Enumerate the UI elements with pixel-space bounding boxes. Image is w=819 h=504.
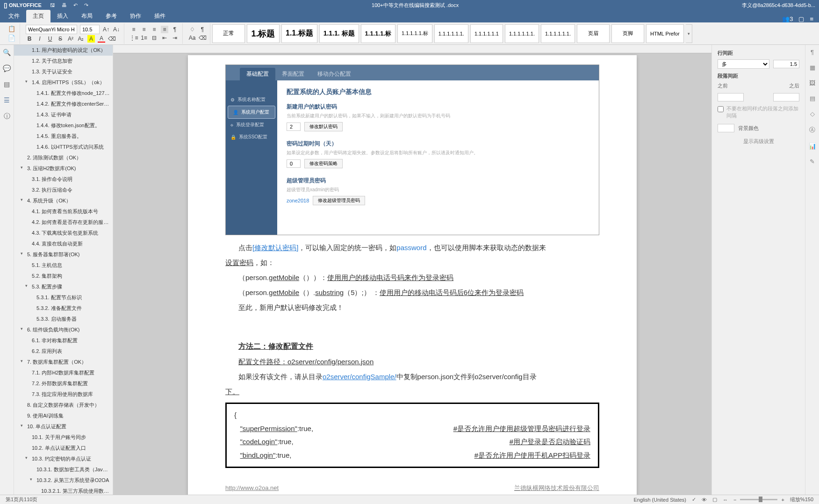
subscript-button[interactable]: A₂ (77, 35, 85, 43)
fit-page-icon[interactable]: ▢ (712, 497, 717, 503)
nav-item[interactable]: 4.1. 如何查看当前系统版本号 (14, 206, 113, 217)
nav-item[interactable]: 5.1. 主机信息 (14, 260, 113, 271)
textart-settings-icon[interactable]: Ⓐ (809, 126, 815, 134)
style-h1[interactable]: 1.标题 (247, 24, 280, 43)
para-settings-icon[interactable]: ¶ (811, 49, 814, 56)
align-center-button[interactable]: ≡ (140, 26, 148, 33)
style-html[interactable]: HTML Prefor (646, 24, 684, 43)
nav-item[interactable]: 2. 清除测试数据（OK） (14, 152, 113, 163)
menu-icon[interactable]: ≡ (810, 15, 813, 22)
style-h8[interactable]: 1.1.1.1.1.1. (505, 24, 539, 43)
nav-item[interactable]: 1.4.2. 配置文件修改centerServer.j... (14, 99, 113, 109)
doc-body[interactable]: 点击[修改默认密码]，可以输入固定的统一密码，如password，也可以使用脚本… (225, 241, 599, 494)
style-h6[interactable]: 1.1.1.1.1.1. (434, 24, 468, 43)
style-header[interactable]: 页眉 (577, 24, 610, 43)
style-h4[interactable]: 1.1.1.1.标 (361, 24, 395, 43)
nav-item[interactable]: 3.1. 操作命令说明 (14, 174, 113, 185)
nav-item[interactable]: 1.1. 用户初始密码的设定（OK） (14, 45, 113, 56)
chart-settings-icon[interactable]: 📊 (809, 143, 816, 150)
track-changes-icon[interactable]: 👁 (702, 497, 707, 503)
font-size-input[interactable] (80, 25, 100, 34)
search-icon[interactable]: 🔍 (3, 49, 11, 56)
nav-item[interactable]: ▾10.3.2. 从第三方系统登录O2OA (14, 475, 113, 486)
tab-collab[interactable]: 协作 (123, 10, 148, 22)
paste-icon[interactable]: 📄 (7, 34, 16, 43)
nav-item[interactable]: 8. 自定义数据存储表（开发中） (14, 400, 113, 410)
nav-item[interactable]: 1.4.4. 修改token.json配置。 (14, 120, 113, 131)
tab-insert[interactable]: 插入 (50, 10, 75, 22)
style-dropdown[interactable]: ▾ (686, 24, 692, 43)
nav-item[interactable]: 4.3. 下载离线安装包更新系统 (14, 228, 113, 238)
header-settings-icon[interactable]: ▤ (810, 95, 815, 102)
align-left-button[interactable]: ≡ (130, 26, 137, 33)
bullets-button[interactable]: ⋮≡ (130, 34, 137, 42)
style-h7[interactable]: 1.1.1.1.1.1 (470, 24, 503, 43)
signature-icon[interactable]: ✎ (810, 158, 815, 165)
print-icon[interactable]: 🖶 (62, 2, 67, 8)
save-icon[interactable]: 🖫 (50, 2, 55, 8)
spellcheck-icon[interactable]: ✓ (692, 497, 696, 503)
nav-item[interactable]: 10.3.2.1. 第三方系统使用数据... (14, 486, 113, 495)
nav-item[interactable]: ▾5. 服务器集群部署(OK) (14, 249, 113, 260)
nav-item[interactable]: 5.3.2. 准备配置文件 (14, 303, 113, 314)
line-spacing-value[interactable] (773, 60, 799, 68)
nav-item[interactable]: 7.3. 指定应用使用的数据库 (14, 389, 113, 400)
align-right-button[interactable]: ≡ (151, 26, 158, 33)
tab-plugins[interactable]: 插件 (148, 10, 172, 22)
users-icon[interactable]: 👥3 (782, 15, 793, 22)
font-smaller-icon[interactable]: A↓ (113, 26, 120, 33)
nav-item[interactable]: 1.4.6. 以HTTPS形式访问系统 (14, 142, 113, 152)
show-advanced-link[interactable]: 显示高级设置 (718, 138, 799, 145)
italic-button[interactable]: I (36, 35, 43, 43)
page-indicator[interactable]: 第1页共110页 (6, 496, 633, 503)
zoom-in-button[interactable]: + (781, 497, 784, 503)
nav-item[interactable]: 4.4. 直接在线自动更新 (14, 238, 113, 249)
image-settings-icon[interactable]: 🖼 (809, 79, 815, 86)
erase-button[interactable]: ⌫ (199, 34, 206, 42)
ruler[interactable] (113, 45, 711, 53)
indent-dec-button[interactable]: ⇤ (161, 34, 168, 42)
shading-button[interactable]: ♢ (188, 26, 196, 33)
zoom-slider[interactable] (740, 499, 777, 500)
nav-item[interactable]: 4.2. 如何查看是否存在更新的服务器... (14, 217, 113, 228)
nav-item[interactable]: ▾10. 单点认证配置 (14, 421, 113, 432)
no-space-checkbox[interactable] (718, 106, 724, 112)
navigation-icon[interactable]: ☰ (4, 96, 10, 104)
tab-layout[interactable]: 布局 (75, 10, 99, 22)
nav-item[interactable]: 1.4.1. 配置文件修改node_127.0.0... (14, 88, 113, 99)
underline-button[interactable]: U (46, 35, 54, 43)
nav-item[interactable]: ▾5.3. 配置步骤 (14, 281, 113, 292)
headings-icon[interactable]: ▤ (4, 80, 10, 88)
copy-icon[interactable]: 📋 (7, 25, 16, 33)
language-indicator[interactable]: English (United States) (633, 497, 686, 503)
tab-home[interactable]: 主页 (26, 10, 50, 22)
strike-button[interactable]: S (57, 35, 64, 43)
nav-item[interactable]: 1.4.3. 证书申请 (14, 109, 113, 120)
zoom-out-button[interactable]: − (733, 497, 736, 503)
style-footer[interactable]: 页脚 (611, 24, 644, 43)
spacing-before-input[interactable] (718, 93, 744, 101)
numbering-button[interactable]: 1≡ (140, 34, 148, 42)
tab-file[interactable]: 文件 (2, 10, 26, 22)
bold-button[interactable]: B (26, 35, 33, 43)
comments-icon[interactable]: 💬 (3, 65, 11, 72)
user-name[interactable]: 李义@8a2865c4-d638-4dd5-b... (742, 2, 815, 9)
nav-item[interactable]: ▾1.4. 启用HTTPS（SSL）（ok） (14, 77, 113, 88)
nav-item[interactable]: 5.3.3. 启动服务器 (14, 314, 113, 324)
nav-item[interactable]: ▾4. 系统升级（OK） (14, 195, 113, 206)
nav-item[interactable]: 7.1. 内部H2数据库集群配置 (14, 367, 113, 378)
style-h2[interactable]: 1.1.标题 (281, 24, 317, 43)
nav-item[interactable]: ▾6. 组件级负载均衡(OK) (14, 324, 113, 335)
case-button[interactable]: Aa (188, 34, 196, 42)
line-spacing-select[interactable]: 多 (718, 59, 769, 69)
shape-settings-icon[interactable]: ◇ (810, 110, 815, 117)
bg-color-picker[interactable] (718, 124, 734, 132)
undo-icon[interactable]: ↶ (73, 2, 78, 8)
highlight-button[interactable]: A (87, 35, 95, 43)
style-normal[interactable]: 正常 (212, 24, 245, 43)
feedback-icon[interactable]: ⓘ (4, 112, 10, 121)
nav-item[interactable]: 10.1. 关于用户账号同步 (14, 432, 113, 443)
font-color-button[interactable]: A (98, 35, 105, 43)
nav-item[interactable]: ▾10.3. 约定密钥的单点认证 (14, 454, 113, 464)
nav-item[interactable]: 10.3.1. 数据加密工具类（Java） (14, 464, 113, 475)
